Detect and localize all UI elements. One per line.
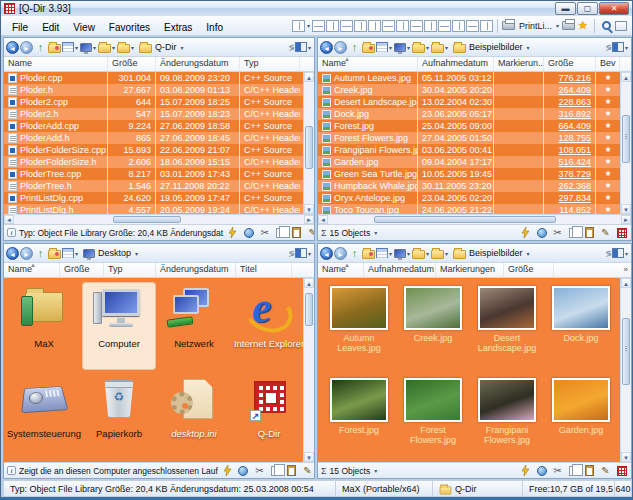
- desktop-icon[interactable]: ▾: [394, 246, 411, 260]
- desktop-item-max[interactable]: MaX: [8, 283, 80, 369]
- back-icon[interactable]: ◄: [6, 246, 19, 260]
- layout-button[interactable]: [354, 20, 367, 32]
- table-row[interactable]: Oryx Antelope.jpg23.04.2005 02:20297.834…: [318, 192, 631, 204]
- pane-select-icon[interactable]: ▾: [612, 40, 629, 54]
- layout-button[interactable]: [424, 20, 437, 32]
- scroll-right-arrow[interactable]: ►: [304, 215, 314, 224]
- table-row[interactable]: Toco Toucan.jpg24.06.2005 21:22114.852★: [318, 204, 631, 214]
- layout-button[interactable]: [340, 20, 353, 32]
- up-icon[interactable]: ↑: [34, 40, 47, 54]
- scroll-down-arrow[interactable]: ▼: [621, 452, 631, 462]
- layout-button[interactable]: [452, 20, 465, 32]
- chevron-down-icon[interactable]: ▾: [527, 44, 530, 51]
- view-grid-icon[interactable]: ▾: [62, 246, 79, 260]
- desktop-icon[interactable]: ▾: [394, 40, 411, 54]
- table-row[interactable]: Creek.jpg30.04.2005 20:20264.409★: [318, 84, 631, 96]
- vertical-scrollbar[interactable]: ▲▼: [620, 278, 631, 462]
- menu-item-extras[interactable]: Extras: [157, 20, 199, 35]
- table-row[interactable]: Dock.jpg23.06.2005 05:17316.892★: [318, 108, 631, 120]
- thumbnail-item[interactable]: Forest.jpg: [324, 378, 394, 435]
- table-row[interactable]: PrintListDlg.h4.55720.05.2009 19:24C/C++…: [4, 204, 314, 214]
- column-header-aufnahmedatum[interactable]: Aufnahmedatum: [418, 57, 494, 71]
- table-row[interactable]: Forest.jpg25.04.2005 09:00664.409★: [318, 120, 631, 132]
- forward-icon[interactable]: ►: [20, 246, 33, 260]
- table-row[interactable]: Green Sea Turtle.jpg10.05.2005 19:45378.…: [318, 168, 631, 180]
- chevron-down-icon[interactable]: ▾: [307, 22, 310, 29]
- column-header-gre[interactable]: Größe: [544, 57, 596, 71]
- vertical-scrollbar[interactable]: ▲▼: [303, 72, 314, 214]
- address-bar[interactable]: Q-Dir▾: [139, 42, 185, 53]
- back-icon[interactable]: ◄: [6, 40, 19, 54]
- layout-button[interactable]: [396, 20, 409, 32]
- pane-select-icon[interactable]: ▾: [612, 246, 629, 260]
- edit-pencil-icon[interactable]: ✎: [306, 226, 314, 240]
- header-overflow-icon[interactable]: »: [621, 263, 631, 277]
- edit-pencil-icon[interactable]: ✎: [599, 226, 612, 240]
- globe-icon[interactable]: [242, 226, 255, 240]
- column-header-name[interactable]: Name▲: [318, 57, 418, 71]
- table-row[interactable]: PloderAdd.cpp9.22427.06.2009 18:58C++ So…: [4, 120, 314, 132]
- column-header-name[interactable]: Name▲: [4, 263, 60, 277]
- column-header-titel[interactable]: Titel: [236, 263, 292, 277]
- vertical-scrollbar[interactable]: ▲▼: [303, 278, 314, 462]
- column-header-markierungen[interactable]: Markierungen: [436, 263, 504, 277]
- table-row[interactable]: PloderAdd.h86527.06.2009 18:45C/C++ Head…: [4, 132, 314, 144]
- table-row[interactable]: Garden.jpg09.04.2004 17:17516.424★: [318, 156, 631, 168]
- folder-special-icon[interactable]: ▾: [431, 246, 449, 260]
- thumbnail-item[interactable]: Forest Flowers.jpg: [398, 378, 468, 445]
- column-header-gre[interactable]: Größe: [108, 57, 156, 71]
- print-list-label[interactable]: PrintLi...: [519, 21, 552, 31]
- chevron-down-icon[interactable]: ▾: [374, 229, 377, 236]
- scroll-up-arrow[interactable]: ▲: [621, 278, 631, 288]
- paste-icon[interactable]: [290, 226, 303, 240]
- column-header-typ[interactable]: Typ: [240, 57, 300, 71]
- folder-icon[interactable]: ▾: [412, 246, 430, 260]
- table-row[interactable]: Ploder2.cpp64415.07.2009 18:25C++ Source: [4, 96, 314, 108]
- thumbnail-item[interactable]: Garden.jpg: [546, 378, 616, 435]
- refresh-lightning-icon[interactable]: [519, 226, 532, 240]
- column-header-markierun[interactable]: Markierun...: [494, 57, 544, 71]
- forward-icon[interactable]: ►: [334, 40, 347, 54]
- column-header-bev[interactable]: Bev: [596, 57, 620, 71]
- desktop-item-papierkorb[interactable]: ♻Papierkorb: [83, 373, 155, 459]
- layout-button[interactable]: [410, 20, 423, 32]
- chevron-down-icon[interactable]: ▾: [374, 467, 377, 474]
- edit-pencil-icon[interactable]: ✎: [301, 464, 314, 478]
- layout-button[interactable]: [480, 20, 493, 32]
- printer-icon[interactable]: [561, 19, 575, 33]
- layout-button[interactable]: [292, 20, 305, 32]
- address-bar[interactable]: Desktop▾: [83, 248, 139, 258]
- print-list-icon[interactable]: [502, 19, 516, 33]
- column-header-typ[interactable]: Typ: [104, 263, 156, 277]
- vertical-scrollbar[interactable]: ▲▼: [620, 72, 631, 214]
- favorites-star-icon[interactable]: ★: [576, 19, 590, 33]
- qdir-grid-icon[interactable]: [615, 226, 628, 240]
- table-row[interactable]: PloderTree.h1.54627.11.2008 20:22C/C++ H…: [4, 180, 314, 192]
- scrollbar-thumb[interactable]: [305, 126, 313, 169]
- column-header-nderungsdatum[interactable]: Änderungsdatum: [156, 57, 240, 71]
- layout-button[interactable]: [326, 20, 339, 32]
- thumbnail-item[interactable]: Frangipani Flowers.jpg: [472, 378, 542, 445]
- table-row[interactable]: PloderFolderSize.cpp15.89322.06.2009 21:…: [4, 144, 314, 156]
- forward-icon[interactable]: ►: [334, 246, 347, 260]
- chevron-down-icon[interactable]: ▾: [527, 250, 530, 257]
- scroll-left-arrow[interactable]: ◄: [318, 215, 328, 224]
- desktop-icon[interactable]: ▾: [80, 40, 97, 54]
- horizontal-scrollbar[interactable]: ◄►: [4, 214, 314, 224]
- scroll-down-arrow[interactable]: ▼: [304, 204, 314, 214]
- table-row[interactable]: PloderTree.cpp8.21703.01.2009 17:43C++ S…: [4, 168, 314, 180]
- copy-icon[interactable]: [269, 464, 282, 478]
- folder-icon[interactable]: ▾: [412, 40, 430, 54]
- layout-button[interactable]: [466, 20, 479, 32]
- table-row[interactable]: Desert Landscape.jpg13.02.2004 02:30228.…: [318, 96, 631, 108]
- desktop-item-internetexplorer[interactable]: eInternet Explorer: [233, 283, 305, 369]
- folder-favorites-icon[interactable]: [48, 40, 61, 54]
- pane-select-icon[interactable]: ▾: [295, 246, 312, 260]
- copy-icon[interactable]: [274, 226, 287, 240]
- thumbnail-item[interactable]: Desert Landscape.jpg: [472, 286, 542, 353]
- up-icon[interactable]: ↑: [348, 246, 361, 260]
- scroll-down-arrow[interactable]: ▼: [304, 452, 314, 462]
- address-bar[interactable]: Beispielbilder▾: [453, 42, 531, 53]
- refresh-lightning-icon[interactable]: [226, 226, 239, 240]
- menu-item-file[interactable]: File: [5, 20, 35, 35]
